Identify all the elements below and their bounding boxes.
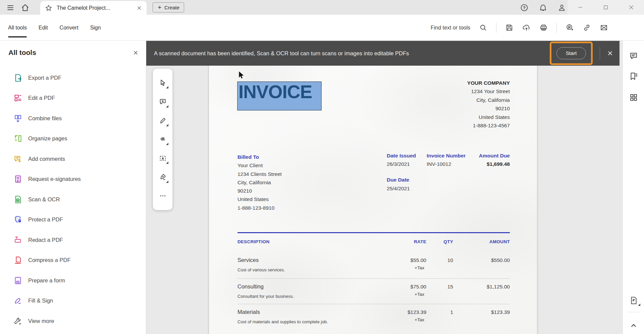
- tool-item-add-comments[interactable]: Add comments: [0, 149, 146, 169]
- print-icon[interactable]: [539, 23, 548, 32]
- tool-item-label: Organize pages: [28, 135, 67, 142]
- expand-page-icon[interactable]: [629, 296, 638, 305]
- date-issued-label: Date Issued: [387, 153, 416, 159]
- email-icon[interactable]: [600, 23, 608, 32]
- window-controls: [568, 0, 644, 15]
- right-rail: [623, 41, 644, 334]
- toolbar-actions: Find text or tools: [431, 15, 608, 41]
- bookmarks-panel-icon[interactable]: [629, 72, 638, 81]
- tool-item-request-esignatures[interactable]: Request e-signatures: [0, 169, 146, 190]
- tab-title: The Camelot Project...: [57, 5, 137, 11]
- window-minimize-button[interactable]: [568, 0, 593, 15]
- tab-all-tools[interactable]: All tools: [8, 15, 27, 41]
- home-icon[interactable]: [21, 3, 30, 12]
- row-rate: $75.00: [411, 284, 426, 290]
- table-row: Materials Cost of materials and supplies…: [209, 309, 537, 329]
- window-maximize-button[interactable]: [593, 0, 619, 15]
- column-header-rate: RATE: [414, 239, 426, 244]
- quick-tools-toolbar: [153, 69, 172, 210]
- company-name: YOUR COMPANY: [467, 79, 510, 87]
- due-date-label: Due Date: [387, 177, 409, 183]
- collapse-rail-chevron-icon[interactable]: [629, 321, 638, 330]
- start-button[interactable]: Start: [556, 47, 586, 59]
- tool-item-combine-files[interactable]: Combine files: [0, 108, 146, 129]
- billed-to-line: 1-888-123-8910: [237, 204, 282, 212]
- select-tool-icon[interactable]: [156, 76, 169, 89]
- comments-panel-icon[interactable]: [629, 51, 638, 61]
- tab-edit[interactable]: Edit: [39, 15, 48, 41]
- protect-pdf-icon: [13, 215, 22, 224]
- billed-to-block: Billed To Your Client 1234 Clients Stree…: [237, 153, 282, 212]
- row-amount: $550.00: [491, 257, 510, 263]
- all-tools-panel: All tools Export a PDF Edit a PDF: [0, 41, 146, 334]
- menu-hamburger-icon[interactable]: [6, 3, 15, 12]
- add-text-tool-icon[interactable]: [156, 151, 169, 165]
- tool-item-organize-pages[interactable]: Organize pages: [0, 129, 146, 149]
- account-user-icon[interactable]: [557, 3, 566, 12]
- row-qty: 10: [447, 257, 453, 263]
- flyout-indicator: [166, 86, 168, 88]
- link-icon[interactable]: [583, 23, 591, 32]
- tool-item-protect-pdf[interactable]: Protect a PDF: [0, 210, 146, 230]
- tool-item-scan-ocr[interactable]: Scan & OCR: [0, 189, 146, 210]
- sign-tool-icon[interactable]: [156, 171, 169, 184]
- tab-close-icon[interactable]: [137, 5, 142, 11]
- page-thumbnails-icon[interactable]: [629, 93, 638, 102]
- tool-item-fill-sign[interactable]: Fill & Sign: [0, 291, 146, 311]
- help-icon[interactable]: ?: [520, 3, 529, 12]
- tool-item-label: View more: [28, 318, 54, 324]
- compress-pdf-icon: [13, 256, 22, 265]
- tool-item-view-more[interactable]: View more: [0, 311, 146, 331]
- document-tab[interactable]: The Camelot Project...: [40, 1, 147, 15]
- request-signature-icon[interactable]: [566, 23, 574, 32]
- tool-item-export-pdf[interactable]: Export a PDF: [0, 68, 146, 88]
- row-divider: [237, 304, 510, 304]
- row-qty: 15: [447, 284, 453, 290]
- row-amount: $1,125.00: [487, 284, 510, 290]
- tool-item-compress-pdf[interactable]: Compress a PDF: [0, 250, 146, 271]
- banner-close-icon[interactable]: [607, 50, 613, 57]
- table-row: Consulting Consultant for your business.…: [209, 283, 537, 304]
- tool-item-label: Edit a PDF: [28, 95, 55, 101]
- menubar: All tools Edit Convert Sign Find text or…: [0, 15, 644, 41]
- tab-convert[interactable]: Convert: [60, 15, 78, 41]
- star-icon[interactable]: [45, 4, 52, 12]
- row-note: Cost of various services.: [237, 267, 285, 272]
- panel-close-icon[interactable]: [133, 50, 139, 56]
- amount-due-label: Amount Due: [479, 153, 510, 159]
- row-rate: $123.39: [408, 309, 426, 315]
- toolbar-divider: [496, 23, 496, 33]
- tool-item-prepare-form[interactable]: Prepare a form: [0, 270, 146, 291]
- draw-tool-icon[interactable]: [156, 133, 169, 146]
- tool-item-redact-pdf[interactable]: Redact a PDF: [0, 230, 146, 250]
- tool-list: Export a PDF Edit a PDF Combine files Or…: [0, 68, 146, 331]
- amount-due-value: $1,699.48: [487, 161, 510, 167]
- titlebar: The Camelot Project... Create ?: [0, 0, 644, 15]
- row-rate-tax: +Tax: [415, 265, 424, 270]
- search-icon[interactable]: [479, 23, 487, 32]
- highlight-tool-icon[interactable]: [156, 114, 169, 127]
- tool-item-edit-pdf[interactable]: Edit a PDF: [0, 88, 146, 109]
- share-upload-icon[interactable]: [522, 23, 531, 32]
- row-note: Cost of materials and supplies to comple…: [237, 319, 328, 324]
- save-icon[interactable]: [505, 23, 514, 32]
- add-comment-tool-icon[interactable]: [156, 95, 169, 109]
- all-tools-panel-header: All tools: [8, 49, 139, 57]
- tab-sign[interactable]: Sign: [90, 15, 101, 41]
- more-tools-icon[interactable]: [156, 189, 169, 203]
- window-close-button[interactable]: [619, 0, 644, 15]
- add-comments-icon: [13, 154, 22, 163]
- pdf-page[interactable]: INVOICE YOUR COMPANY 1234 Your Street Ci…: [209, 55, 537, 334]
- find-text-label[interactable]: Find text or tools: [431, 25, 470, 31]
- tool-item-label: Compress a PDF: [28, 257, 71, 263]
- document-area: INVOICE YOUR COMPANY 1234 Your Street Ci…: [146, 41, 623, 334]
- text-selection-highlight[interactable]: INVOICE: [237, 81, 322, 111]
- invoice-number-value: INV-10012: [427, 161, 451, 167]
- due-date-value: 25/4/2021: [387, 186, 410, 192]
- row-description: Materials: [237, 309, 260, 315]
- create-button[interactable]: Create: [153, 2, 184, 12]
- table-row: Services Cost of various services. $55.0…: [209, 257, 537, 277]
- acrobat-window: The Camelot Project... Create ?: [0, 0, 644, 334]
- prepare-form-icon: [13, 276, 22, 285]
- notifications-bell-icon[interactable]: [539, 3, 547, 12]
